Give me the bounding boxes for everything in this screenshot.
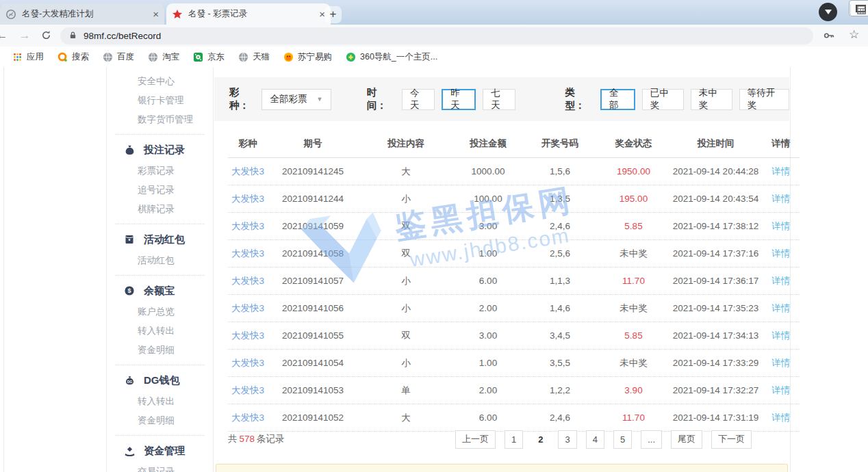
detail-link[interactable]: 详情 — [762, 357, 800, 369]
prev-page-button[interactable]: 上一页 — [455, 430, 496, 449]
lottery-link[interactable]: 大发快3 — [228, 302, 268, 315]
detail-link[interactable]: 详情 — [762, 166, 800, 178]
lottery-link[interactable]: 大发快3 — [228, 275, 268, 287]
time-filter-group: 今天昨天七天 — [395, 89, 515, 110]
detail-link[interactable]: 详情 — [762, 220, 800, 233]
detail-link[interactable]: 详情 — [762, 193, 800, 205]
lottery-link[interactable]: 大发快3 — [228, 384, 268, 397]
reload-icon[interactable] — [40, 29, 52, 42]
url-text: 98mf.cc/betRecord — [84, 31, 161, 41]
detail-link[interactable]: 详情 — [762, 412, 800, 424]
bookmark-item[interactable]: 淘宝 — [141, 51, 186, 63]
sidebar-item[interactable]: 交易记录 — [115, 462, 205, 472]
sidebar-group-title[interactable]: 投注记录 — [115, 138, 205, 161]
sidebar-item[interactable]: 彩票记录 — [115, 161, 205, 181]
lottery-link[interactable]: 大发快3 — [228, 166, 268, 178]
time-filter-button[interactable]: 七天 — [483, 89, 515, 110]
detail-link[interactable]: 详情 — [762, 384, 800, 397]
bet-content: 单 — [358, 384, 454, 397]
page-number-group: 12345... — [496, 430, 662, 449]
sidebar-group: DGDG钱包转入转出资金明细 — [115, 365, 205, 436]
sidebar-group-title[interactable]: 资金管理 — [115, 439, 205, 462]
bookmark-item[interactable]: 360导航_一个主页... — [339, 51, 444, 63]
detail-link[interactable]: 详情 — [762, 248, 800, 260]
sidebar-group-title[interactable]: 活动红包 — [115, 228, 205, 251]
type-filter-button[interactable]: 等待开奖 — [739, 89, 789, 110]
bet-amount: 3.00 — [454, 221, 522, 231]
sidebar-item[interactable]: 转入转出 — [115, 322, 205, 341]
time-filter-button[interactable]: 今天 — [402, 89, 435, 110]
download-button[interactable] — [819, 3, 837, 21]
sidebar-item[interactable]: 追号记录 — [115, 181, 205, 200]
page-number-button[interactable]: 5 — [613, 430, 632, 449]
bet-content: 小 — [358, 357, 454, 369]
issue-number: 202109141053 — [268, 385, 358, 395]
bookmark-item[interactable]: 苏宁易购 — [277, 51, 339, 63]
page-number-button[interactable]: ... — [641, 430, 662, 449]
table-row: 大发快3202109141055双3.003,4,55.852021-09-14… — [228, 322, 800, 350]
bookmark-label: 360导航_一个主页... — [360, 51, 437, 63]
lottery-link[interactable]: 大发快3 — [228, 412, 268, 424]
pagination-buttons: 上一页 12345... 尾页 下一页 — [446, 430, 752, 449]
total-prefix: 共 — [228, 434, 238, 444]
bookmark-star-icon[interactable]: ☆ — [849, 27, 859, 42]
back-icon[interactable]: ← — [0, 27, 10, 44]
reading-list-grid-icon[interactable] — [856, 5, 867, 15]
sidebar-item[interactable]: 资金明细 — [115, 341, 205, 360]
current-page-button[interactable]: 2 — [532, 430, 549, 449]
draw-numbers: 1,3,5 — [522, 194, 598, 204]
detail-link[interactable]: 详情 — [762, 330, 800, 342]
table-row: 大发快3202109141056小2.001,4,6未中奖2021-09-14 … — [228, 295, 800, 322]
detail-link[interactable]: 详情 — [762, 302, 800, 315]
lottery-link[interactable]: 大发快3 — [228, 220, 268, 233]
draw-numbers: 2,5,6 — [522, 248, 598, 259]
bet-content: 大 — [358, 412, 454, 424]
bookmark-item[interactable]: 京东 — [186, 51, 231, 63]
address-bar[interactable]: 98mf.cc/betRecord — [60, 27, 813, 44]
new-tab-button[interactable]: + — [324, 6, 342, 23]
browser-titlebar: 名發-大发精准计划 × 名發 - 彩票记录 × + — [0, 0, 868, 25]
lottery-link[interactable]: 大发快3 — [228, 248, 268, 260]
type-filter-button[interactable]: 未中奖 — [691, 89, 732, 110]
table-row: 大发快3202109141054小1.003,5,5未中奖2021-09-14 … — [228, 350, 800, 377]
page-number-button[interactable]: 3 — [558, 430, 576, 449]
next-page-button[interactable]: 下一页 — [711, 430, 752, 449]
page-number-button[interactable]: 1 — [505, 430, 523, 449]
browser-tab[interactable]: 名發-大发精准计划 × — [0, 3, 164, 25]
pagination-bar: 共578条记录 上一页 12345... 尾页 下一页 — [228, 425, 800, 453]
issue-number: 202109141056 — [268, 303, 358, 313]
sidebar-item[interactable]: 资金明细 — [115, 411, 205, 430]
type-filter-button[interactable]: 全部 — [600, 89, 635, 110]
forward-icon[interactable]: → — [16, 27, 33, 44]
issue-number: 202109141244 — [268, 194, 358, 204]
lottery-link[interactable]: 大发快3 — [228, 357, 268, 369]
detail-link[interactable]: 详情 — [762, 275, 800, 287]
bookmark-item[interactable]: 百度 — [96, 51, 141, 63]
prize-status: 3.90 — [598, 385, 669, 395]
issue-number: 202109141058 — [268, 248, 358, 259]
tab-close-icon[interactable]: × — [153, 8, 159, 20]
last-page-button[interactable]: 尾页 — [671, 430, 702, 449]
sidebar-item[interactable]: 棋牌记录 — [115, 200, 205, 219]
prize-status: 未中奖 — [598, 302, 669, 315]
time-filter-button[interactable]: 昨天 — [442, 89, 476, 110]
bookmark-item[interactable]: 搜索 — [51, 51, 96, 63]
sidebar-item[interactable]: 账户总览 — [115, 302, 205, 322]
issue-number: 202109141245 — [268, 166, 358, 176]
lottery-link[interactable]: 大发快3 — [228, 330, 268, 342]
sidebar-item[interactable]: 转入转出 — [115, 392, 205, 411]
sidebar-item[interactable]: 活动红包 — [115, 251, 205, 270]
sidebar-group-title[interactable]: $余额宝 — [115, 279, 205, 302]
type-filter-button[interactable]: 已中奖 — [642, 89, 684, 110]
lottery-type-select[interactable]: 全部彩票 ▼ — [261, 89, 331, 110]
sidebar-group-title[interactable]: DGDG钱包 — [115, 369, 205, 392]
bookmark-item[interactable]: 应用 — [5, 51, 51, 63]
sidebar-item[interactable]: 安全中心 — [115, 72, 205, 91]
sidebar-item[interactable]: 数字货币管理 — [115, 110, 205, 129]
browser-tab[interactable]: 名發 - 彩票记录 × — [166, 3, 331, 25]
key-icon[interactable] — [823, 29, 835, 42]
sidebar-item[interactable]: 银行卡管理 — [115, 91, 205, 110]
page-number-button[interactable]: 4 — [586, 430, 604, 449]
lottery-link[interactable]: 大发快3 — [228, 193, 268, 205]
bookmark-item[interactable]: 天猫 — [231, 51, 277, 63]
